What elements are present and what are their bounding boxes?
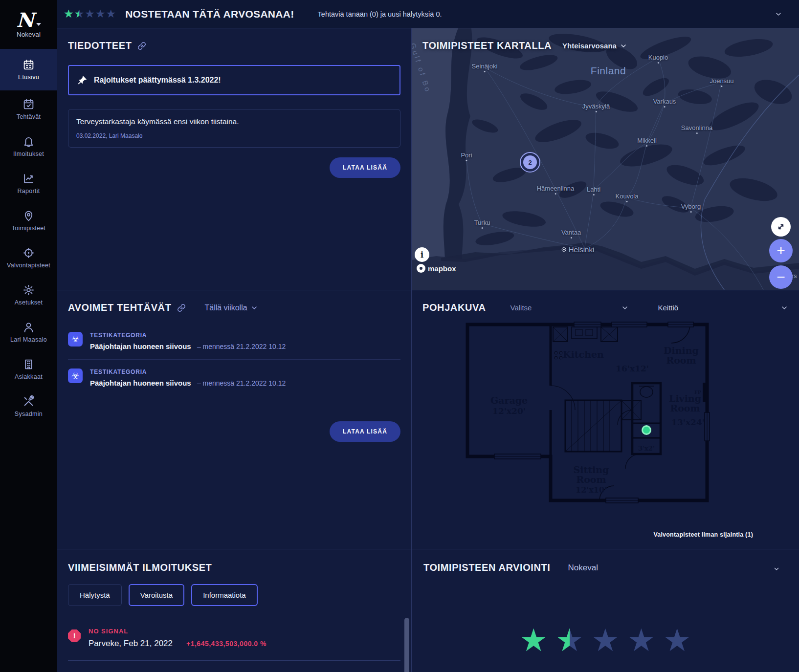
star-icon: ★★ (106, 8, 116, 20)
room-size-label: 13'x24' (671, 417, 705, 427)
calendar-check-icon (22, 98, 35, 110)
star-icon: ★★ (74, 8, 85, 20)
room-label: Kitchen (563, 349, 604, 360)
site-rating-stars[interactable]: ★★★★★★★★★★ (423, 622, 787, 658)
map-cluster-marker[interactable]: 2 (520, 152, 540, 173)
crosshair-icon (22, 247, 35, 259)
star-icon: ★★ (85, 8, 95, 20)
link-icon[interactable] (137, 42, 146, 50)
sidebar-item-valvontapisteet[interactable]: Valvontapisteet (0, 239, 57, 276)
filter-varoitusta-button[interactable]: Varoitusta (129, 584, 184, 606)
scrollbar-thumb[interactable] (404, 618, 409, 672)
alert-type: NO SIGNAL (89, 628, 266, 635)
gear-icon (22, 284, 35, 296)
pinned-notice[interactable]: Rajoitukset päättymässä 1.3.2022! (68, 65, 400, 95)
floorplan-image[interactable]: Kitchen 16'x12' Dining Room Garage 12'x2… (460, 310, 714, 505)
map-filter-label: Yhteisarvosana (562, 42, 617, 50)
sidebar-item-etusivu[interactable]: Etusivu (0, 49, 57, 90)
fireplace-label: FP (694, 390, 701, 395)
notice-text: Terveystarkastaja käymässä ensi viikon t… (76, 117, 392, 126)
task-name: Pääjohtajan huoneen siivous (90, 342, 191, 350)
tiedotteet-title: TIEDOTTEET (68, 40, 132, 51)
tasks-filter-label: Tällä viikolla (204, 303, 247, 312)
task-name: Pääjohtajan huoneen siivous (90, 379, 191, 387)
tasks-panel: AVOIMET TEHTÄVÄT Tällä viikolla ☣ TESTIK… (57, 290, 411, 549)
task-due: – mennessä 21.2.2022 10.12 (197, 343, 286, 350)
sensor-dot[interactable] (643, 426, 651, 434)
biohazard-icon: ☣ (68, 369, 83, 383)
chevron-down-icon (620, 42, 627, 50)
map-title: TOIMIPISTEET KARTALLA (422, 40, 552, 51)
header-status: Tehtäviä tänään (0) ja uusi hälytyksiä 0… (318, 10, 442, 18)
map-canvas[interactable] (412, 28, 799, 290)
task-row[interactable]: ☣ TESTIKATEGORIA Pääjohtajan huoneen sii… (68, 332, 400, 360)
star-icon: ★★ (663, 625, 691, 656)
map-filter-dropdown[interactable]: Yhteisarvosana (562, 42, 627, 50)
sidebar-item-tehtavat[interactable]: Tehtävät (0, 90, 57, 128)
link-icon[interactable] (177, 303, 186, 312)
map-expand-button[interactable] (771, 217, 791, 237)
sidebar-item-label: Asetukset (15, 299, 43, 306)
pinned-notice-text: Rajoitukset päättymässä 1.3.2022! (94, 76, 221, 85)
tools-icon (22, 395, 35, 408)
sidebar-item-label: Ilmoitukset (13, 151, 44, 157)
sidebar: N Nokeval Etusivu Tehtävät Ilmoitukset R… (0, 0, 57, 672)
filter-informaatiota-button[interactable]: Informaatiota (191, 584, 258, 606)
sidebar-item-raportit[interactable]: Raportit (0, 165, 57, 202)
biohazard-icon: ☣ (68, 332, 83, 347)
chevron-down-icon (780, 304, 788, 312)
tiedotteet-panel: TIEDOTTEET Rajoitukset päättymässä 1.3.2… (57, 28, 411, 290)
notifications-title: VIIMEISIMMÄT ILMOITUKSET (68, 562, 400, 573)
star-icon: ★★ (520, 625, 548, 656)
task-category: TESTIKATEGORIA (90, 369, 286, 375)
mapbox-wordmark: mapbox (428, 264, 456, 273)
rating-site-label[interactable]: Nokeval (568, 563, 598, 573)
map-pin-icon (22, 210, 35, 222)
rating-panel: TOIMIPISTEEN ARVIOINTI Nokeval ★★★★★★★★★… (412, 549, 799, 672)
load-more-button[interactable]: LATAA LISÄÄ (330, 157, 400, 178)
task-category: TESTIKATEGORIA (90, 332, 286, 339)
sidebar-item-asetukset[interactable]: Asetukset (0, 276, 57, 313)
logo-caret-icon (36, 23, 41, 26)
sidebar-item-label: Asiakkaat (15, 373, 43, 380)
map-zoom-in-button[interactable]: + (769, 239, 793, 262)
chevron-down-icon[interactable] (775, 10, 782, 18)
logo-letter: N (16, 11, 34, 29)
sidebar-item-label: Sysadmin (15, 411, 43, 417)
room-size-label: 12'x20' (492, 406, 526, 416)
header-headline: NOSTETAAN TÄTÄ ARVOSANAA! (125, 8, 294, 20)
filter-halytysta-button[interactable]: Hälytystä (68, 584, 122, 606)
tasks-filter-dropdown[interactable]: Tällä viikolla (204, 303, 258, 312)
sidebar-item-sysadmin[interactable]: Sysadmin (0, 388, 57, 425)
room-label: Dining (664, 345, 699, 356)
load-more-button[interactable]: LATAA LISÄÄ (330, 421, 400, 442)
task-due: – mennessä 21.2.2022 10.12 (197, 379, 286, 387)
sidebar-item-asiakkaat[interactable]: Asiakkaat (0, 350, 57, 388)
task-row[interactable]: ☣ TESTIKATEGORIA Pääjohtajan huoneen sii… (68, 360, 400, 396)
sidebar-item-ilmoitukset[interactable]: Ilmoitukset (0, 128, 57, 165)
room-size-label: 3'x2' (638, 445, 655, 452)
star-icon: ★★ (627, 625, 655, 656)
notice-card[interactable]: Terveystarkastaja käymässä ensi viikon t… (68, 109, 400, 148)
mapbox-attribution[interactable]: mapbox (417, 264, 456, 273)
sidebar-item-label: Lari Maasalo (10, 336, 47, 343)
notification-row[interactable]: ! NO SIGNAL Parveke, Feb 21, 2022 +1,645… (68, 628, 400, 649)
sidebar-item-profile[interactable]: Lari Maasalo (0, 313, 57, 350)
floorplan-footer-note: Valvontapisteet ilman sijaintia (1) (653, 531, 753, 538)
tasks-title: AVOIMET TEHTÄVÄT (68, 302, 171, 313)
room-label: Garage (490, 395, 528, 406)
map-zoom-out-button[interactable]: − (769, 265, 793, 289)
map-info-button[interactable]: i (415, 247, 429, 262)
brand-logo[interactable]: N Nokeval (0, 0, 57, 49)
sidebar-item-label: Raportit (17, 188, 40, 195)
header-rating-stars: ★★★★★★★★★★ (64, 8, 116, 20)
room-size-label: 16'x12' (616, 364, 649, 373)
alert-source: Parveke, Feb 21, 2022 (89, 639, 173, 649)
chevron-down-icon[interactable] (773, 565, 780, 573)
chevron-down-icon (250, 304, 258, 312)
room-label: Room (670, 403, 700, 413)
sidebar-item-toimipisteet[interactable]: Toimipisteet (0, 202, 57, 239)
topbar: ★★★★★★★★★★ NOSTETAAN TÄTÄ ARVOSANAA! Teh… (57, 0, 799, 28)
star-icon: ★★ (555, 625, 583, 656)
map-panel[interactable]: TOIMIPISTEET KARTALLA Yhteisarvosana Gul… (412, 28, 799, 290)
